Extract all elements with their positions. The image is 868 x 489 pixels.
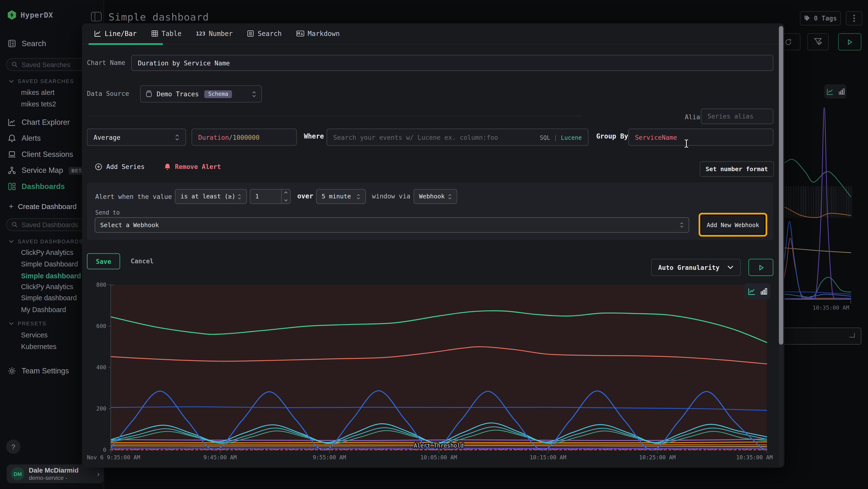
preset-item[interactable]: Kubernetes (21, 343, 56, 351)
webhook-select[interactable]: Select a Webhook (95, 217, 689, 233)
sidebar-item-team-settings[interactable]: Team Settings (8, 367, 69, 375)
active-tab-underline (89, 43, 163, 45)
data-source-select[interactable]: Demo Traces Schema (140, 85, 262, 103)
tab-number[interactable]: 123 Number (196, 30, 233, 37)
modal-scrollbar-thumb[interactable] (779, 26, 783, 345)
tab-table[interactable]: Table (151, 30, 182, 37)
bar-chart-icon (838, 88, 844, 95)
bar-chart-icon (760, 288, 767, 295)
chevron-down-icon (9, 322, 14, 325)
where-search-input[interactable]: Search your events w/ Lucene ex. column:… (327, 128, 589, 146)
tab-search[interactable]: Search (247, 30, 282, 37)
dashboard-item[interactable]: Simple dashboard (21, 294, 77, 302)
svg-text:400: 400 (96, 364, 106, 371)
sidebar-item-dashboards[interactable]: Dashboards (8, 182, 65, 191)
search-doc-icon (8, 39, 16, 47)
logo[interactable]: HyperDX (7, 10, 53, 20)
svg-text:600: 600 (96, 323, 106, 329)
chart-type-toggle[interactable] (744, 283, 771, 299)
query-language-toggle[interactable]: SQL | Lucene (540, 134, 582, 141)
set-number-format-button[interactable]: Set number format (700, 161, 774, 177)
tags-button[interactable]: 0 Tags (800, 11, 841, 26)
background-chart-dense-band (785, 186, 852, 218)
page-title: Simple dashboard (108, 11, 209, 23)
select-chevrons-icon (680, 222, 684, 228)
send-to-label: Send to (95, 209, 120, 216)
tab-line-bar[interactable]: Line/Bar (94, 30, 136, 37)
granularity-select[interactable]: Auto Granularity (651, 259, 741, 276)
svg-text:200: 200 (96, 405, 106, 412)
filter-button[interactable] (807, 33, 829, 51)
sidebar-item-chart-explorer[interactable]: Chart Explorer (8, 118, 70, 126)
chevron-down-icon (727, 265, 734, 269)
remove-alert-button[interactable]: Remove Alert (164, 163, 221, 171)
svg-text:10:25:00 AM: 10:25:00 AM (639, 454, 676, 461)
saved-search-item[interactable]: mikes tets2 (21, 100, 56, 108)
alert-operator-select[interactable]: is at least (≥) (175, 189, 247, 204)
add-series-button[interactable]: Add Series (95, 163, 145, 171)
cancel-button[interactable]: Cancel (131, 257, 154, 265)
sidebar-collapse-button[interactable] (90, 10, 102, 23)
chart-name-input[interactable]: Duration by Service Name (131, 55, 773, 71)
preview-run-button[interactable] (748, 259, 773, 276)
group-by-input[interactable]: ServiceName (628, 128, 774, 146)
add-new-webhook-button[interactable]: Add New Webhook (702, 215, 765, 234)
sidebar-item-search[interactable]: Search (8, 39, 46, 48)
svg-text:800: 800 (96, 282, 106, 288)
search-doc-icon (247, 30, 254, 37)
run-query-button[interactable] (838, 33, 861, 51)
dashboard-item-active[interactable]: Simple dashboard (21, 272, 81, 280)
group-by-label: Group By (596, 133, 628, 140)
sidebar-item-service-map[interactable]: Service Map BETA (8, 166, 88, 174)
save-button[interactable]: Save (87, 253, 120, 269)
dashboard-item[interactable]: ClickPy Analytics (21, 249, 73, 257)
avatar: DM (11, 467, 24, 480)
aggregation-function-select[interactable]: Average (87, 128, 186, 146)
search-icon (11, 222, 18, 228)
alert-threshold-input[interactable]: 1 (250, 189, 290, 204)
line-chart-icon (94, 30, 101, 37)
chevron-down-icon (9, 240, 14, 243)
alert-window-select[interactable]: 5 minute (316, 189, 366, 204)
dashboard-item[interactable]: Simple Dashboard (21, 260, 78, 268)
play-icon (846, 39, 853, 46)
logo-text: HyperDX (21, 10, 53, 20)
plus-icon: + (9, 202, 13, 211)
sidebar-item-client-sessions[interactable]: Client Sessions (8, 150, 73, 158)
user-name: Dale McDiarmid (29, 467, 79, 474)
alert-channel-select[interactable]: Webhook (413, 189, 457, 204)
saved-dashboards-header[interactable]: SAVED DASHBOARDS (9, 238, 83, 244)
editor-tabs: Line/Bar Table 123 Number Search Markdow… (82, 23, 784, 44)
select-chevrons-icon (356, 193, 361, 200)
chart-preview: 8006004002000Nov 6 9:35:00 AM9:45:00 AM9… (87, 280, 774, 463)
search-icon (11, 62, 18, 67)
tag-icon (804, 15, 811, 22)
kebab-menu-button[interactable] (846, 11, 863, 26)
svg-text:10:35:00 AM: 10:35:00 AM (736, 454, 773, 461)
number-stepper[interactable] (281, 190, 290, 203)
dashboard-item[interactable]: ClickPy Analytics (21, 283, 73, 291)
dashboard-item[interactable]: My Dashboard (21, 306, 66, 314)
select-chevrons-icon (175, 133, 179, 141)
sidebar-item-alerts[interactable]: Alerts (8, 134, 41, 142)
window-via-label: window via (372, 192, 410, 200)
svg-text:9:45:00 AM: 9:45:00 AM (204, 454, 237, 461)
svg-text:Alert Threshold: Alert Threshold (414, 442, 464, 449)
saved-searches-header[interactable]: SAVED SEARCHES (9, 78, 74, 84)
tab-markdown[interactable]: Markdown (296, 30, 340, 37)
resize-handle[interactable] (849, 333, 855, 338)
saved-search-item[interactable]: mikes alert (21, 89, 55, 96)
background-chart-type-toggle[interactable] (824, 84, 846, 99)
service-map-icon (8, 166, 16, 174)
preset-item[interactable]: Services (21, 332, 48, 339)
modal-scrollbar[interactable] (779, 25, 783, 466)
markdown-icon (296, 30, 304, 37)
help-button[interactable]: ? (6, 439, 21, 454)
aggregation-expression-input[interactable]: Duration/1000000 (191, 128, 297, 146)
presets-header[interactable]: PRESETS (9, 320, 46, 326)
svg-text:0: 0 (103, 447, 106, 453)
alias-input[interactable]: Series alias (701, 109, 774, 124)
bell-alert-icon (164, 163, 171, 171)
svg-text:10:05:00 AM: 10:05:00 AM (421, 454, 457, 461)
create-dashboard-button[interactable]: + Create Dashboard (9, 202, 77, 211)
